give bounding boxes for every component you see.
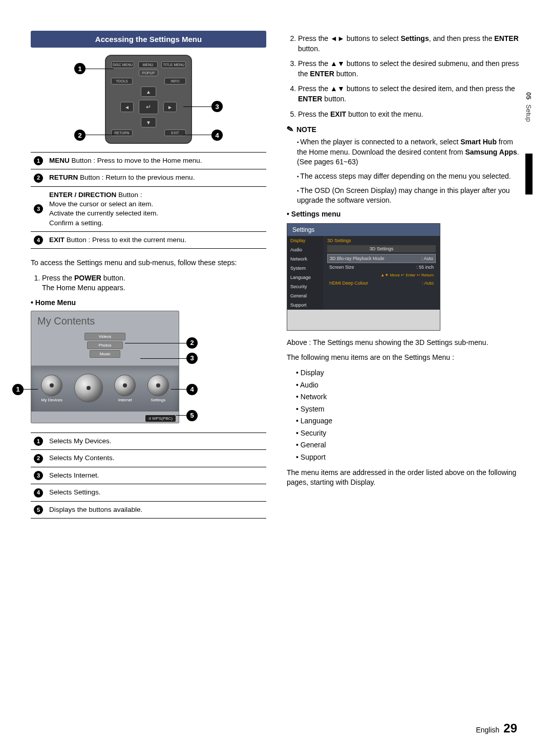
page-content: Accessing the Settings Menu DISC MENU ME… xyxy=(0,0,553,548)
chapter-title: Setup xyxy=(525,104,533,122)
ss-row-1: 3D Blu-ray Playback Mode : Auto xyxy=(327,254,436,263)
tools-btn: TOOLS xyxy=(111,78,133,84)
dpad-down: ▼ xyxy=(141,117,156,127)
hcallout-5: 5 xyxy=(186,410,198,421)
remote-legend-table: 1MENU Button : Press to move to the Home… xyxy=(31,152,266,249)
ss-reflection xyxy=(287,310,440,330)
left-column: Accessing the Settings Menu DISC MENU ME… xyxy=(31,31,266,528)
hcallout-4: 4 xyxy=(186,384,198,395)
steps-right: Press the ◄► buttons to select Settings,… xyxy=(287,34,522,119)
right-column: Press the ◄► buttons to select Settings,… xyxy=(287,31,522,528)
return-btn: RETURN xyxy=(111,129,133,136)
ss-body: DisplayAudioNetworkSystemLanguageSecurit… xyxy=(287,236,440,310)
ss-sidebar: DisplayAudioNetworkSystemLanguageSecurit… xyxy=(287,236,323,310)
ss-sub-header: 3D Settings xyxy=(327,245,436,252)
note-icon: ✎ xyxy=(286,124,294,135)
cat-music: Music xyxy=(90,350,120,358)
home-menu-footer: d WPS(PBC) xyxy=(145,415,176,422)
shelf-settings: Settings xyxy=(147,375,169,402)
popup-btn: POPUP xyxy=(139,70,158,76)
footer-page: 29 xyxy=(503,721,517,736)
dpad-up: ▲ xyxy=(141,87,156,97)
callout-1: 1 xyxy=(74,63,86,74)
closing-text: The menu items are addressed in the orde… xyxy=(287,468,522,488)
hcallout-2: 2 xyxy=(186,337,198,349)
notes-list: When the player is connected to a networ… xyxy=(287,137,522,206)
shelf-center xyxy=(74,374,103,404)
callout-4: 4 xyxy=(211,129,223,141)
dpad-left: ◄ xyxy=(120,102,134,112)
thumb-tab xyxy=(525,154,533,195)
ss-main: 3D Settings 3D Settings 3D Blu-ray Playb… xyxy=(323,236,440,310)
remote-control: DISC MENU MENU TITLE MENU POPUP TOOLS IN… xyxy=(105,55,192,144)
note-label: NOTE xyxy=(296,125,316,134)
ss-title: Settings xyxy=(287,224,440,236)
footer-lang: English xyxy=(476,726,499,734)
step-1-post: button. xyxy=(101,274,125,282)
shelf-my-devices: My Devices xyxy=(41,375,62,402)
disc-menu-btn: DISC MENU xyxy=(111,61,134,68)
dpad-right: ► xyxy=(163,102,177,112)
settings-menu-heading: Settings menu xyxy=(287,210,522,218)
callout-2: 2 xyxy=(74,129,86,141)
steps-left: Press the POWER button. The Home Menu ap… xyxy=(31,273,266,293)
info-btn: INFO xyxy=(164,78,186,84)
home-menu-title: My Contents xyxy=(31,311,179,331)
exit-btn: EXIT xyxy=(164,129,186,136)
page-footer: English 29 xyxy=(476,721,517,736)
step-1-line2: The Home Menu appears. xyxy=(42,284,125,292)
note-heading: ✎ NOTE xyxy=(287,124,522,134)
menu-btn: MENU xyxy=(138,61,158,68)
dpad: ▲ ▼ ◄ ► ↵ xyxy=(120,87,177,127)
home-menu-shelf: My Devices Internet Settings xyxy=(31,365,179,412)
ss-row-bottom: HDMI Deep Colour : Auto xyxy=(327,279,436,287)
settings-caption: Above : The Settings menu showing the 3D… xyxy=(287,338,522,348)
home-menu-heading: Home Menu xyxy=(31,298,266,307)
hcallout-1: 1 xyxy=(12,384,24,395)
chapter-number: 05 xyxy=(525,92,533,99)
ss-main-header: 3D Settings xyxy=(327,238,436,243)
ss-row-2: Screen Size : 55 inch xyxy=(327,263,436,271)
home-menu-figure: My Contents Videos Photos Music My Devic… xyxy=(31,311,179,423)
dpad-enter: ↵ xyxy=(139,100,158,114)
cat-photos: Photos xyxy=(87,341,123,349)
step-1-pre: Press the xyxy=(42,274,74,282)
remote-diagram: DISC MENU MENU TITLE MENU POPUP TOOLS IN… xyxy=(74,55,223,144)
title-menu-btn: TITLE MENU xyxy=(161,61,186,68)
following-text: The following menu items are on the Sett… xyxy=(287,353,522,363)
shelf-internet: Internet xyxy=(114,375,136,402)
step-1-bold: POWER xyxy=(74,274,101,282)
section-header: Accessing the Settings Menu xyxy=(31,31,266,48)
ss-hints: ▲▼ Move ↵ Enter ↩ Return xyxy=(327,271,436,279)
home-menu-screen: My Contents Videos Photos Music My Devic… xyxy=(31,311,179,423)
step-1: Press the POWER button. The Home Menu ap… xyxy=(42,273,266,293)
settings-screenshot: Settings DisplayAudioNetworkSystemLangua… xyxy=(287,223,440,331)
callout-3: 3 xyxy=(211,101,223,112)
settings-menu-list: DisplayAudioNetworkSystemLanguageSecurit… xyxy=(287,368,522,463)
home-legend-table: 1Selects My Devices.2Selects My Contents… xyxy=(31,433,266,519)
cat-videos: Videos xyxy=(84,333,125,340)
hcallout-3: 3 xyxy=(186,353,198,364)
side-tab: 05 Setup xyxy=(525,92,533,122)
home-menu-categories: Videos Photos Music xyxy=(84,332,125,359)
intro-text: To access the Settings menu and sub-menu… xyxy=(31,258,266,268)
